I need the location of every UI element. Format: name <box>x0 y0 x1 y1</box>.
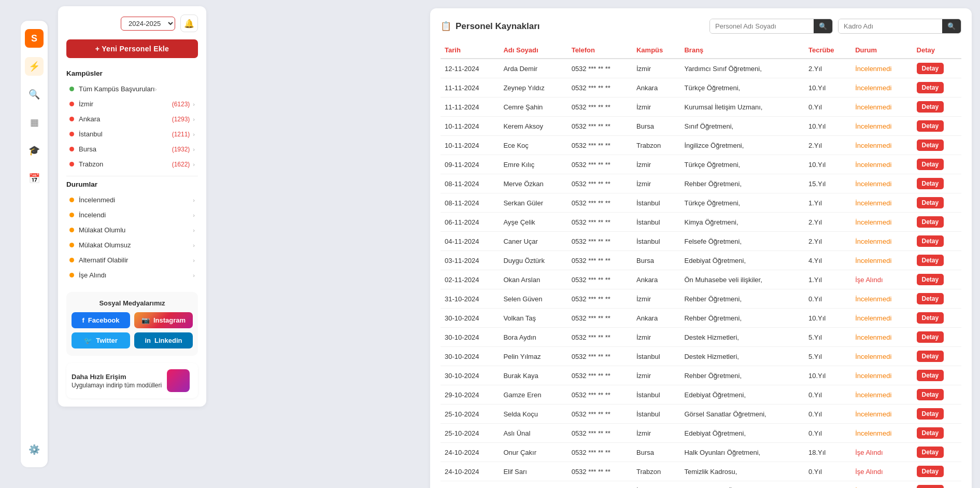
year-select[interactable]: 2024-2025 2023-2024 2022-2023 <box>121 17 175 31</box>
detail-button[interactable]: Detay <box>917 447 944 458</box>
cell-tarih: 10-11-2024 <box>441 117 499 136</box>
cell-detay: Detay <box>913 385 961 405</box>
nav-grid-icon[interactable]: ▦ <box>25 113 44 132</box>
cell-durum: İncelenmedi <box>851 232 912 251</box>
detail-button[interactable]: Detay <box>917 389 944 400</box>
cell-ad: Cemre Şahin <box>499 97 567 117</box>
detail-button[interactable]: Detay <box>917 331 944 343</box>
detail-button[interactable]: Detay <box>917 197 944 208</box>
detail-button[interactable]: Detay <box>917 408 944 420</box>
durum-item[interactable]: Mülakat Olumsuz › <box>66 238 198 253</box>
detail-button[interactable]: Detay <box>917 427 944 439</box>
kadro-search-button[interactable]: 🔍 <box>942 19 961 33</box>
detail-button[interactable]: Detay <box>917 140 944 151</box>
personnel-search-input[interactable] <box>710 19 814 33</box>
cell-kampus: İzmir <box>632 366 680 385</box>
cell-telefon: 0532 *** ** ** <box>567 385 632 405</box>
cell-durum: İncelenmedi <box>851 424 912 443</box>
campus-dot <box>69 102 74 106</box>
campus-item[interactable]: Tüm Kampüs Başvuruları › <box>66 81 198 96</box>
personnel-search-button[interactable]: 🔍 <box>814 19 832 33</box>
cell-kampus: İzmir <box>632 155 680 174</box>
detail-button[interactable]: Detay <box>917 120 944 132</box>
cell-detay: Detay <box>913 117 961 136</box>
detail-button[interactable]: Detay <box>917 235 944 247</box>
nav-graduation-icon[interactable]: 🎓 <box>25 141 44 160</box>
detail-button[interactable]: Detay <box>917 274 944 285</box>
kadro-search-input[interactable] <box>839 19 942 33</box>
cell-detay: Detay <box>913 136 961 155</box>
cell-durum: İncelenmedi <box>851 405 912 424</box>
facebook-button[interactable]: f Facebook <box>72 312 130 328</box>
durum-item[interactable]: İşe Alındı › <box>66 268 198 283</box>
cell-telefon: 0532 *** ** ** <box>567 366 632 385</box>
cell-tarih: 25-10-2024 <box>441 424 499 443</box>
cell-tecrube: 0.Yıl <box>804 405 851 424</box>
cell-brans: Rehber Öğretmeni, <box>680 309 804 328</box>
instagram-button[interactable]: 📷 Instagram <box>134 312 193 328</box>
social-media-title: Sosyal Medyalarımız <box>72 299 193 307</box>
nav-home-icon[interactable]: ⚡ <box>25 57 44 76</box>
cell-tarih: 25-10-2024 <box>441 405 499 424</box>
chevron-icon: › <box>193 242 195 248</box>
add-personnel-button[interactable]: + Yeni Personel Ekle <box>66 39 198 58</box>
table-row: 09-11-2024 Emre Kılıç 0532 *** ** ** İzm… <box>441 155 961 174</box>
cell-brans: Destek Hizmetleri, <box>680 328 804 347</box>
table-column-header: Detay <box>913 42 961 59</box>
durum-item[interactable]: Mülakat Olumlu › <box>66 222 198 238</box>
detail-button[interactable]: Detay <box>917 466 944 477</box>
cell-kampus: İstanbul <box>632 213 680 232</box>
cell-brans: Kimya Öğretmeni, <box>680 213 804 232</box>
campus-item[interactable]: İstanbul (1211) › <box>66 127 198 142</box>
campus-item[interactable]: İzmir (6123) › <box>66 96 198 111</box>
nav-calendar-icon[interactable]: 📅 <box>25 169 44 188</box>
campus-name: İstanbul <box>79 130 103 138</box>
detail-button[interactable]: Detay <box>917 351 944 362</box>
cell-detay: Detay <box>913 193 961 213</box>
detail-button[interactable]: Detay <box>917 485 944 488</box>
detail-button[interactable]: Detay <box>917 312 944 324</box>
cell-tarih: 10-11-2024 <box>441 136 499 155</box>
detail-button[interactable]: Detay <box>917 293 944 304</box>
table-row: 30-10-2024 Burak Kaya 0532 *** ** ** İzm… <box>441 366 961 385</box>
detail-button[interactable]: Detay <box>917 370 944 381</box>
linkedin-button[interactable]: in Linkedin <box>134 332 193 348</box>
detail-button[interactable]: Detay <box>917 101 944 113</box>
detail-button[interactable]: Detay <box>917 159 944 170</box>
cell-brans: Görsel Sanatlar Öğretmeni, <box>680 405 804 424</box>
cell-telefon: 0532 *** ** ** <box>567 424 632 443</box>
durum-item[interactable]: İncelenmedi › <box>66 192 198 207</box>
twitter-button[interactable]: 🐦 Twitter <box>72 332 130 348</box>
nav-search-icon[interactable]: 🔍 <box>25 85 44 104</box>
campus-item[interactable]: Ankara (1293) › <box>66 111 198 127</box>
table-column-header: Adı Soyadı <box>499 42 567 59</box>
cell-ad: Merve Özkan <box>499 174 567 193</box>
cell-telefon: 0532 *** ** ** <box>567 443 632 462</box>
detail-button[interactable]: Detay <box>917 178 944 189</box>
twitter-icon: 🐦 <box>84 337 92 344</box>
durum-item[interactable]: İncelendi › <box>66 207 198 222</box>
cell-telefon: 0532 *** ** ** <box>567 174 632 193</box>
detail-button[interactable]: Detay <box>917 63 944 74</box>
table-row: 03-11-2024 Duygu Öztürk 0532 *** ** ** B… <box>441 251 961 270</box>
detail-button[interactable]: Detay <box>917 255 944 266</box>
cell-kampus: İstanbul <box>632 481 680 489</box>
campus-item[interactable]: Trabzon (1622) › <box>66 157 198 172</box>
quick-access-image <box>167 369 190 392</box>
durum-item[interactable]: Alternatif Olabilir › <box>66 253 198 268</box>
table-row: 30-10-2024 Pelin Yılmaz 0532 *** ** ** İ… <box>441 347 961 366</box>
detail-button[interactable]: Detay <box>917 82 944 93</box>
campus-item[interactable]: Bursa (1932) › <box>66 142 198 157</box>
cell-tecrube: 18.Yıl <box>804 443 851 462</box>
cell-brans: Edebiyat Öğretmeni, <box>680 385 804 405</box>
detail-button[interactable]: Detay <box>917 216 944 228</box>
chevron-icon: › <box>193 161 195 168</box>
cell-telefon: 0532 *** ** ** <box>567 347 632 366</box>
cell-telefon: 0532 *** ** ** <box>567 213 632 232</box>
notification-bell-button[interactable]: 🔔 <box>180 15 198 32</box>
nav-settings-icon[interactable]: ⚙️ <box>25 440 44 459</box>
cell-telefon: 0532 *** ** ** <box>567 289 632 309</box>
campus-list: Tüm Kampüs Başvuruları › İzmir (6123) › … <box>66 81 198 172</box>
cell-ad: Serkan Güler <box>499 193 567 213</box>
cell-ad: Selda Koçu <box>499 405 567 424</box>
